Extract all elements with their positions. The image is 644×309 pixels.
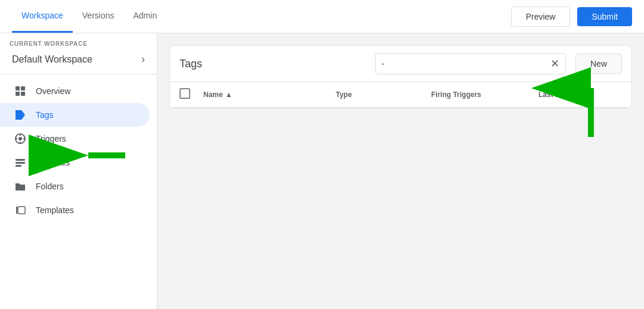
- col-type-header: Type: [336, 90, 431, 99]
- tag-icon: [14, 109, 26, 121]
- sidebar-item-overview[interactable]: Overview: [0, 79, 150, 103]
- sidebar-item-triggers-label: Triggers: [36, 134, 66, 143]
- content-area: Tags ✕ New Name ▲: [157, 33, 644, 309]
- sidebar-nav: Overview Tags: [0, 74, 157, 227]
- sidebar-item-templates-label: Templates: [36, 205, 74, 215]
- col-last-label: Last Ed: [538, 90, 564, 99]
- svg-rect-13: [16, 165, 21, 167]
- select-all-col: [179, 88, 203, 101]
- tab-versions[interactable]: Versions: [73, 0, 124, 33]
- table-header: Name ▲ Type Firing Triggers Last Ed: [170, 82, 631, 108]
- new-button[interactable]: New: [575, 54, 622, 74]
- search-clear-icon[interactable]: ✕: [550, 57, 559, 70]
- workspace-name-row[interactable]: Default Workspace ›: [7, 49, 150, 69]
- sidebar-item-triggers[interactable]: Triggers: [0, 127, 150, 151]
- trigger-icon: [14, 133, 26, 145]
- template-icon: [14, 204, 26, 216]
- sidebar-item-variables[interactable]: Variables: [0, 151, 150, 174]
- search-input[interactable]: [382, 59, 550, 68]
- sidebar-item-variables-label: Variables: [36, 158, 70, 167]
- svg-point-6: [18, 137, 22, 141]
- card-title: Tags: [179, 58, 366, 70]
- col-triggers-label: Firing Triggers: [431, 90, 481, 99]
- preview-button[interactable]: Preview: [511, 7, 571, 27]
- col-name-header[interactable]: Name ▲: [203, 90, 336, 99]
- svg-rect-14: [18, 207, 25, 214]
- svg-rect-0: [16, 86, 20, 90]
- card-header: Tags ✕ New: [170, 46, 631, 82]
- content-card: Tags ✕ New Name ▲: [169, 45, 632, 108]
- col-type-label: Type: [336, 90, 352, 99]
- svg-rect-1: [21, 86, 25, 90]
- select-all-checkbox[interactable]: [179, 88, 190, 99]
- main-layout: CURRENT WORKSPACE Default Workspace ›: [0, 33, 644, 309]
- chevron-right-icon: ›: [141, 53, 145, 65]
- overview-icon: [14, 85, 26, 97]
- search-box: ✕: [375, 53, 566, 74]
- svg-rect-3: [21, 92, 25, 96]
- sort-asc-icon: ▲: [225, 90, 233, 99]
- svg-marker-4: [16, 110, 25, 120]
- variable-icon: [14, 157, 26, 168]
- tab-admin[interactable]: Admin: [123, 0, 166, 33]
- nav-tabs: Workspace Versions Admin: [12, 0, 166, 33]
- sidebar-item-overview-label: Overview: [36, 86, 70, 96]
- nav-actions: Preview Submit: [511, 7, 632, 27]
- sidebar-item-tags[interactable]: Tags: [0, 103, 150, 127]
- sidebar-item-templates[interactable]: Templates: [0, 198, 150, 222]
- workspace-name: Default Workspace: [12, 54, 92, 65]
- folder-icon: [14, 180, 26, 192]
- svg-rect-11: [16, 159, 25, 161]
- sidebar-item-tags-label: Tags: [36, 110, 54, 120]
- workspace-selector: CURRENT WORKSPACE Default Workspace ›: [0, 33, 157, 74]
- tab-workspace[interactable]: Workspace: [12, 0, 73, 33]
- sidebar-item-folders[interactable]: Folders: [0, 174, 150, 198]
- workspace-label: CURRENT WORKSPACE: [7, 38, 150, 47]
- submit-button[interactable]: Submit: [577, 7, 632, 26]
- top-nav: Workspace Versions Admin Preview Submit: [0, 0, 644, 33]
- svg-rect-2: [16, 92, 20, 96]
- svg-rect-12: [16, 162, 25, 164]
- col-name-label: Name: [203, 90, 223, 99]
- col-last-header: Last Ed: [538, 90, 622, 99]
- sidebar-item-folders-label: Folders: [36, 182, 64, 191]
- col-triggers-header: Firing Triggers: [431, 90, 538, 99]
- sidebar: CURRENT WORKSPACE Default Workspace ›: [0, 33, 157, 309]
